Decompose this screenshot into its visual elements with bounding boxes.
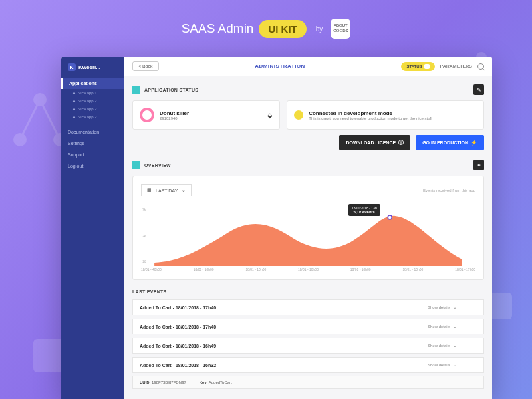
app-name: Donut killer (160, 110, 189, 116)
event-row[interactable]: Added To Cart - 18/01/2018 - 17h40Show d… (132, 319, 484, 334)
sidebar-sub-app[interactable]: Nice app 2 (61, 113, 124, 121)
events-list: Added To Cart - 18/01/2018 - 17h40Show d… (132, 299, 484, 389)
donut-icon (140, 108, 154, 122)
bolt-icon: ⚡ (471, 140, 477, 146)
period-selector[interactable]: ▦ LAST DAY ⌄ (141, 184, 192, 196)
event-row[interactable]: Added To Cart - 18/01/2018 - 16h32Show d… (132, 357, 484, 373)
sidebar-item-support[interactable]: Support (61, 149, 124, 160)
chevron-down-icon: ⌄ (453, 324, 457, 329)
brand-icon: K (68, 63, 76, 71)
chart-meta: Events received from this app (423, 188, 475, 192)
status-pill[interactable]: STATUS (401, 62, 434, 71)
sidebar-item-settings[interactable]: Settings (61, 138, 124, 149)
back-button[interactable]: < Back (132, 61, 159, 71)
header-by: by (316, 25, 323, 33)
promo-header: SAAS Admin UI KIT by ABOUT GOODS (0, 0, 532, 48)
app-window: K Kweeri... Applications Nice app 1 Nice… (61, 57, 492, 399)
sidebar-item-documentation[interactable]: Documentation (61, 126, 124, 138)
chevron-down-icon: ⌄ (453, 343, 457, 348)
sidebar-sub-app[interactable]: Nice app 2 (61, 105, 124, 113)
topbar: < Back ADMINISTRATION STATUS PARAMETERS (124, 57, 492, 76)
section-marker-icon (132, 86, 140, 94)
svg-text:16: 16 (142, 259, 146, 263)
chart-tooltip: 18/01/2018 - 13h 5,1k events (348, 204, 380, 216)
go-production-button[interactable]: GO IN PRODUCTION⚡ (416, 135, 484, 150)
header-pill: UI KIT (259, 20, 306, 38)
chart-x-labels: 18/01 - 40h0018/01 - 10h0018/01 - 10h001… (141, 267, 475, 271)
connection-title: Connected in development mode (309, 110, 432, 116)
parameters-link[interactable]: PARAMETERS (440, 64, 472, 68)
connection-card: Connected in development mode This is gr… (287, 100, 484, 130)
svg-text:7k: 7k (142, 207, 146, 211)
sidebar-sub-app[interactable]: Nice app 2 (61, 97, 124, 105)
sidebar-item-applications[interactable]: Applications (61, 78, 124, 89)
events-area-chart: 7k 2k 16 18/01/2018 - 13h 5,1k events (141, 203, 475, 266)
connection-subtitle: This is great, you need to enable produc… (309, 116, 432, 120)
svg-point-11 (388, 215, 392, 219)
about-goods-logo: ABOUT GOODS (331, 19, 350, 39)
section-title-events: LAST EVENTS (132, 289, 484, 294)
sidebar-sub-app[interactable]: Nice app 1 (61, 89, 124, 97)
chevron-down-icon: ⌄ (453, 362, 457, 368)
event-row[interactable]: Added To Cart - 18/01/2018 - 16h49Show d… (132, 338, 484, 354)
event-row[interactable]: Added To Cart - 18/01/2018 - 17h40Show d… (132, 299, 484, 315)
chevron-down-icon: ⌄ (453, 305, 457, 310)
app-identity-card: Donut killer 29102940 ⬙ (132, 100, 280, 130)
app-id: 29102940 (160, 116, 189, 120)
sidebar-item-logout[interactable]: Log out (61, 160, 124, 172)
svg-line-7 (40, 100, 60, 140)
download-licence-button[interactable]: DOWNLOAD LICENCEⓘ (339, 135, 410, 150)
brand-logo[interactable]: K Kweeri... (61, 63, 124, 78)
sidebar: K Kweeri... Applications Nice app 1 Nice… (61, 57, 124, 399)
main-panel: < Back ADMINISTRATION STATUS PARAMETERS … (124, 57, 492, 399)
page-title: ADMINISTRATION (164, 63, 396, 69)
search-icon[interactable] (477, 63, 484, 70)
section-marker-icon (132, 161, 140, 169)
svg-line-6 (20, 100, 40, 140)
settings-button[interactable]: ✦ (473, 160, 484, 170)
section-title-overview: OVERVIEW (144, 163, 171, 168)
calendar-icon: ▦ (147, 188, 152, 193)
status-dot-icon (294, 110, 303, 120)
section-title-status: APPLICATION STATUS (144, 88, 198, 92)
edit-button[interactable]: ✎ (473, 84, 484, 95)
android-icon: ⬙ (267, 112, 273, 119)
header-title-prefix: SAAS Admin (182, 21, 254, 36)
overview-chart-card: ▦ LAST DAY ⌄ Events received from this a… (132, 176, 484, 280)
event-detail-row: UUID 198F73BI87FDN37 Key AddedToCart (132, 376, 484, 389)
chevron-down-icon: ⌄ (182, 188, 186, 193)
info-icon: ⓘ (398, 139, 404, 146)
svg-text:2k: 2k (142, 234, 146, 238)
